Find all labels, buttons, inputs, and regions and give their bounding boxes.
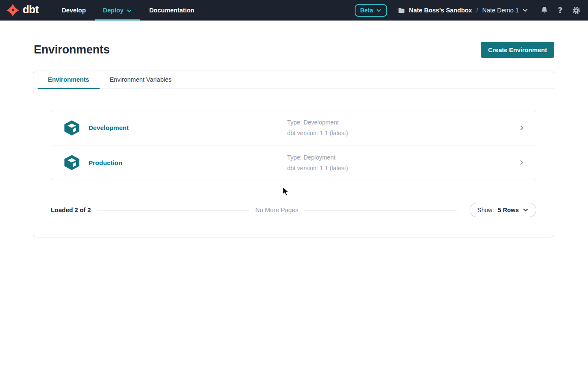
divider-line [304, 210, 457, 210]
beta-dropdown-button[interactable]: Beta [355, 4, 387, 17]
nav-item-deploy[interactable]: Deploy [94, 0, 141, 21]
environment-meta: Type: Development dbt version: 1.1 (late… [287, 119, 514, 136]
environment-row-development[interactable]: Development Type: Development dbt versio… [51, 110, 536, 145]
tab-environment-variables[interactable]: Environment Variables [100, 71, 182, 89]
tab-bar: Environments Environment Variables [33, 71, 554, 89]
chevron-down-icon [126, 8, 132, 14]
project-name: Nate Demo 1 [482, 7, 519, 14]
dbt-logo[interactable]: dbt [6, 0, 47, 21]
rows-per-page-dropdown[interactable]: Show: 5 Rows [470, 203, 536, 217]
folder-icon [397, 6, 406, 15]
environments-card: Environments Environment Variables Devel… [33, 71, 554, 237]
environment-dbt-version: dbt version: 1.1 (latest) [287, 165, 514, 172]
main-nav: Develop Deploy Documentation [53, 0, 203, 21]
nav-label: Deploy [103, 7, 123, 14]
bell-icon [540, 6, 549, 15]
question-mark-icon: ? [558, 5, 563, 15]
nav-label: Develop [62, 7, 85, 14]
environment-name: Development [88, 124, 287, 131]
divider-line [97, 210, 249, 210]
dbt-pinwheel-icon [6, 3, 20, 17]
account-name: Nate Boss's Sandbox [409, 7, 472, 14]
environment-dbt-version: dbt version: 1.1 (latest) [287, 130, 514, 136]
help-button[interactable]: ? [555, 5, 565, 15]
chevron-down-icon [523, 207, 529, 213]
topbar-right: Beta Nate Boss's Sandbox / Nate Demo 1 [355, 0, 581, 21]
environment-row-production[interactable]: Production Type: Deployment dbt version:… [51, 145, 536, 180]
environment-meta: Type: Deployment dbt version: 1.1 (lates… [287, 154, 514, 172]
rows-per-page-value: 5 Rows [498, 207, 519, 213]
environment-type: Type: Development [287, 119, 514, 126]
tab-environments[interactable]: Environments [38, 71, 100, 89]
tab-label: Environments [48, 76, 89, 83]
nav-label: Documentation [149, 7, 194, 14]
nav-item-develop[interactable]: Develop [53, 0, 94, 21]
topbar-icon-group: ? [539, 5, 581, 15]
pagination-footer: Loaded 2 of 2 No More Pages Show: 5 Rows [51, 203, 536, 217]
page-header: Environments Create Environment [33, 42, 554, 58]
environment-list: Development Type: Development dbt versio… [51, 110, 536, 180]
cube-icon [64, 154, 80, 171]
chevron-down-icon [376, 8, 382, 13]
page-title: Environments [34, 43, 110, 56]
chevron-down-icon [522, 7, 528, 13]
environment-name: Production [88, 159, 287, 166]
loaded-count: Loaded 2 of 2 [51, 207, 91, 213]
notifications-button[interactable] [539, 5, 550, 15]
gear-icon [572, 6, 581, 15]
cube-icon [64, 120, 80, 136]
beta-label: Beta [360, 7, 373, 14]
no-more-pages-label: No More Pages [255, 207, 298, 213]
breadcrumb-separator: / [476, 7, 478, 14]
environments-page: Environments Create Environment Environm… [0, 42, 588, 237]
top-navigation-bar: dbt Develop Deploy Documentation Beta Na… [0, 0, 588, 21]
create-environment-button[interactable]: Create Environment [481, 42, 554, 58]
brand-name: dbt [23, 3, 38, 18]
account-project-switcher[interactable]: Nate Boss's Sandbox / Nate Demo 1 [397, 6, 528, 15]
environment-type: Type: Deployment [287, 154, 514, 161]
show-label: Show: [477, 207, 494, 213]
tab-label: Environment Variables [110, 76, 172, 83]
chevron-right-icon [519, 125, 525, 131]
nav-item-documentation[interactable]: Documentation [141, 0, 203, 21]
chevron-right-icon [519, 160, 525, 166]
settings-button[interactable] [571, 5, 581, 15]
card-body: Development Type: Development dbt versio… [33, 89, 554, 237]
